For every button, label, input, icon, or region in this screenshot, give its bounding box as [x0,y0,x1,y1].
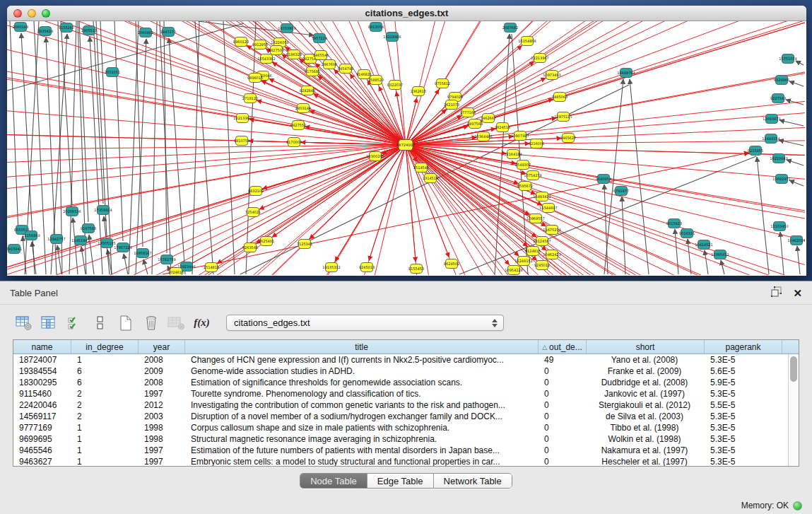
network-node[interactable]: 12444154 [762,134,779,144]
network-node[interactable]: 9827503 [269,46,284,55]
network-node[interactable]: 2718120 [242,94,258,103]
network-node[interactable]: 15751074 [779,54,796,64]
network-node[interactable]: 9242848 [300,86,315,95]
network-node[interactable]: 1847270 [160,28,176,37]
column-header-short[interactable]: short [587,340,705,354]
network-node[interactable]: 9245012 [534,261,550,270]
network-node[interactable]: 9465627 [560,134,576,143]
network-node[interactable]: 1362615 [411,87,426,96]
network-node[interactable]: 9777169 [460,108,476,117]
network-node[interactable]: 7254021 [245,208,261,217]
table-row[interactable]: 1938455462009Genome-wide association stu… [13,366,799,377]
table-row[interactable]: 1456911722003Disruption of a novel membe… [13,411,799,422]
network-node[interactable]: 2060461 [138,28,153,37]
network-node[interactable]: 15493412 [533,192,551,201]
network-node[interactable]: 3824514 [495,123,510,132]
network-node[interactable]: 1588520 [368,76,384,85]
column-header-year[interactable]: year [139,340,185,354]
network-node[interactable]: 2024816 [168,268,184,276]
column-header-in_degree[interactable]: in_degree [71,340,139,354]
table-row[interactable]: 2242004622012Investigating the contribut… [13,399,799,411]
network-node[interactable]: 8549307 [515,160,531,170]
network-view[interactable]: 2060188 1835429 9155260 1905513 2060461 … [7,21,805,275]
network-node[interactable]: 11095412 [711,250,729,259]
network-node[interactable]: 16210643 [770,154,787,163]
network-node[interactable]: 12103450 [770,222,788,231]
column-header-name[interactable]: name [13,340,71,354]
network-node[interactable]: 1621073 [444,100,459,110]
network-node[interactable]: 1835429 [37,27,53,36]
network-node[interactable]: 8215955 [748,146,763,156]
network-node[interactable]: 10807487 [511,132,529,141]
network-node[interactable]: 10954228 [505,266,522,275]
close-window-button[interactable] [13,9,22,18]
network-node[interactable]: 9427552 [290,121,306,130]
network-node[interactable]: 1314519 [423,174,438,183]
network-node[interactable]: 9170003 [286,138,302,147]
close-panel-icon[interactable]: ✕ [793,288,802,298]
network-node[interactable]: 9175685 [305,67,320,76]
tab-edge-table[interactable]: Edge Table [367,474,434,488]
network-node[interactable]: 9124815 [525,247,541,256]
network-node[interactable]: 9155260 [59,23,74,33]
network-node[interactable]: 9227343 [770,94,786,103]
zoom-window-button[interactable] [42,9,50,18]
network-node[interactable]: 6216006 [529,139,544,148]
network-node[interactable]: 9015923 [666,219,682,228]
new-document-icon[interactable] [116,313,135,332]
network-node[interactable]: 10414521 [695,240,712,250]
network-node[interactable]: 9155453 [408,264,424,274]
network-node[interactable]: 20364486 [474,132,492,141]
tab-node-table[interactable]: Node Table [300,474,367,488]
network-node[interactable]: 9755812 [435,79,450,88]
network-node[interactable]: 6791977 [613,187,629,196]
column-header-out_degree[interactable]: △out_de... [539,340,587,354]
table-row[interactable]: 946362711997Embryonic stem cells: a mode… [13,456,799,467]
table-selector-dropdown[interactable]: citations_edges.txt [226,315,504,331]
network-node[interactable]: 2803144 [295,104,311,113]
network-node[interactable]: 10754278 [524,171,541,180]
table-row[interactable]: 911546021997Tourette syndrome. Phenomeno… [13,388,799,399]
network-node[interactable]: 12213967 [531,54,548,63]
network-node[interactable]: 9497568 [467,119,483,129]
network-node[interactable]: 7625401 [259,237,274,246]
network-node[interactable]: 7485063 [552,93,567,102]
network-window-titlebar[interactable]: citations_edges.txt [7,6,806,21]
select-all-icon[interactable] [65,313,84,332]
table-row[interactable]: 1830029562008Estimation of significance … [13,377,799,388]
network-node[interactable]: 10462423 [543,250,560,259]
network-node[interactable]: 20206536 [63,207,81,216]
network-node[interactable]: 10462014 [787,236,805,245]
float-panel-icon[interactable] [771,286,783,300]
table-vertical-scrollbar[interactable] [788,354,799,466]
network-node[interactable]: 12942757 [47,235,65,244]
network-node[interactable]: 9263541 [242,243,258,252]
network-node[interactable]: 9896015 [247,74,263,83]
toggle-columns-icon[interactable] [40,313,59,332]
network-window[interactable]: citations_edges.txt 2060188 1835429 9155… [7,6,806,276]
network-node[interactable]: 8322037 [387,81,403,90]
network-node[interactable]: 8813054 [368,23,384,32]
network-node[interactable]: 9245013 [359,263,375,272]
network-node[interactable]: 2087682 [502,23,518,33]
network-node[interactable]: 9016321 [679,229,695,238]
network-node[interactable]: 8912955 [252,40,268,49]
network-node[interactable]: 2051051 [105,68,120,77]
network-node[interactable]: 8624501 [444,259,459,269]
network-node[interactable]: 9465546 [313,51,329,60]
table-row[interactable]: 977716911998Corpus callosum shape and si… [13,422,799,433]
scrollbar-thumb[interactable] [790,356,797,382]
network-node[interactable]: 1905513 [81,26,97,35]
network-node[interactable]: 2060188 [13,23,28,32]
network-node[interactable]: 8595672 [517,182,533,191]
network-node[interactable]: 19135312 [322,263,340,272]
table-row[interactable]: 969969511998Structural magnetic resonanc… [13,433,799,445]
column-header-title[interactable]: title [185,340,539,354]
delete-table-icon[interactable] [167,313,186,332]
network-node[interactable]: 9832102 [248,187,264,196]
network-node[interactable]: 2867608 [322,60,337,69]
function-builder-icon[interactable]: f(x) [192,313,211,332]
clear-selection-icon[interactable] [90,313,110,332]
network-node[interactable]: 8960123 [233,37,249,47]
column-header-pagerank[interactable]: pagerank [705,340,782,354]
